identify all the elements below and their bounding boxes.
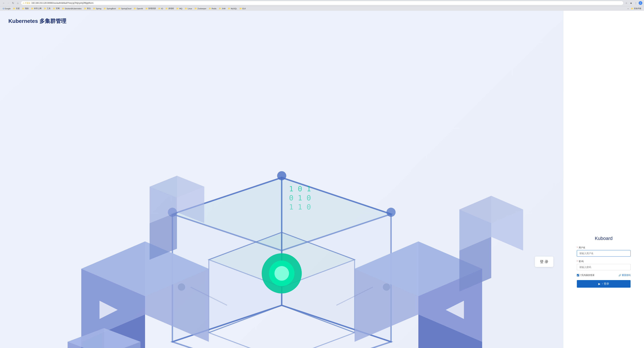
folder-icon: 📁: [165, 8, 168, 10]
page-content: Kubernetes 多集群管理 登 录: [0, 11, 644, 348]
bookmark-mysql[interactable]: 📁 MySQL: [227, 7, 238, 10]
kubernetes-illustration: 1 0 1 0 1 0 1 1 0: [8, 32, 555, 348]
address-bar[interactable]: ⚠ 不安全 192.168.153.128:30080/sso/auth/def…: [21, 1, 624, 5]
more-bookmarks-button[interactable]: »: [626, 7, 630, 10]
folder-icon: 📁: [219, 8, 221, 10]
bookmark-star-icon[interactable]: ☆: [624, 1, 628, 5]
bookmark-vpn[interactable]: 📁 科学上网: [30, 7, 42, 10]
browser-chrome: ← → ↻ ⌂ ⚠ 不安全 192.168.153.128:30080/sso/…: [0, 0, 644, 11]
password-group: * 密 码: [577, 260, 630, 270]
left-panel: Kubernetes 多集群管理 登 录: [0, 11, 564, 348]
login-button[interactable]: ▶ ↑ 登录: [577, 280, 630, 288]
folder-icon: 📁: [158, 8, 161, 10]
svg-text:1 0 1: 1 0 1: [289, 185, 311, 193]
reload-button[interactable]: ↻: [11, 1, 15, 5]
username-input[interactable]: [577, 250, 630, 257]
bookmark-redis[interactable]: 📁 Redis: [208, 7, 218, 10]
folder-icon: 📁: [53, 8, 56, 10]
illustration: 1 0 1 0 1 0 1 1 0: [8, 32, 555, 348]
bookmark-elk[interactable]: 📁 ELK: [238, 7, 247, 10]
bookmark-openai[interactable]: 📁 OpenAI: [133, 7, 144, 10]
bookmark-jvm[interactable]: 📁 JVM: [218, 7, 226, 10]
folder-icon: 📁: [631, 8, 634, 10]
folder-icon: 📁: [22, 8, 24, 10]
folder-icon: 📁: [118, 8, 121, 10]
svg-text:0 1 0: 0 1 0: [289, 194, 311, 202]
bookmark-docker[interactable]: 📁 Docker&Kubernetes: [61, 7, 82, 10]
bookmark-baidu[interactable]: 📁 百度: [12, 7, 21, 10]
login-overlay-label: 登 录: [540, 259, 548, 264]
back-button[interactable]: ←: [2, 1, 6, 5]
bookmark-spring[interactable]: 📁 Spring: [92, 7, 102, 10]
folder-icon: 📁: [134, 8, 136, 10]
svg-point-46: [383, 283, 390, 291]
required-mark: *: [577, 260, 578, 263]
form-title: Kuboard: [577, 236, 630, 241]
bookmark-springcloud[interactable]: 📁 SpringCloud: [117, 7, 132, 10]
folder-icon: 📁: [228, 8, 230, 10]
username-label: * 用户名: [577, 246, 630, 249]
send-icon: ▶: [598, 282, 600, 285]
folder-icon: 📁: [146, 8, 148, 10]
security-warning: ⚠ 不安全: [23, 2, 30, 4]
form-options: 7天内保持登录 🔗 重置密码: [577, 274, 630, 277]
svg-point-14: [274, 266, 289, 281]
right-panel: Kuboard * 用户名 * 密 码: [564, 11, 644, 348]
reset-password-link[interactable]: 🔗 重置密码: [618, 274, 630, 277]
bookmarks-bar: G Google 📁 百度 📁 我的 📁 科学上网 📁 工具 📁 官网 📁 Do…: [0, 6, 644, 11]
forward-button[interactable]: →: [6, 1, 10, 5]
bookmark-mq[interactable]: 📁 MQ: [175, 7, 183, 10]
bookmark-video[interactable]: 📁 影视资源: [144, 7, 157, 10]
extension-icon[interactable]: ■: [629, 1, 633, 5]
folder-icon: 📁: [209, 8, 211, 10]
folder-icon: 📁: [13, 8, 16, 10]
svg-text:1 1 0: 1 1 0: [289, 203, 311, 211]
required-mark: *: [577, 246, 578, 249]
remember-me-label[interactable]: 7天内保持登录: [577, 274, 594, 277]
login-overlay-button[interactable]: 登 录: [535, 257, 553, 267]
link-icon: 🔗: [618, 274, 621, 277]
bookmark-mine[interactable]: 📁 我的: [21, 7, 30, 10]
folder-icon: 📁: [104, 8, 106, 10]
password-input[interactable]: [577, 264, 630, 270]
google-icon: G: [3, 8, 4, 10]
bookmark-linux[interactable]: 📁 Linux: [184, 7, 193, 10]
password-label: * 密 码: [577, 260, 630, 263]
folder-icon: 📁: [93, 8, 96, 10]
home-button[interactable]: ⌂: [16, 1, 20, 5]
bookmark-zookeeper[interactable]: 📁 Zookeeper: [194, 7, 207, 10]
folder-icon: 📁: [84, 8, 86, 10]
remember-checkbox[interactable]: [577, 274, 579, 276]
nav-buttons: ← → ↻ ⌂: [2, 1, 20, 5]
folder-icon: 📁: [31, 8, 34, 10]
bookmark-io[interactable]: 📁 IO: [157, 7, 164, 10]
folder-icon: 📁: [240, 8, 242, 10]
folder-icon: 📁: [44, 8, 46, 10]
bookmark-other[interactable]: 📁 其他书签: [630, 7, 642, 10]
browser-toolbar: ← → ↻ ⌂ ⚠ 不安全 192.168.153.128:30080/sso/…: [0, 0, 644, 6]
login-form: Kuboard * 用户名 * 密 码: [577, 236, 630, 288]
username-group: * 用户名: [577, 246, 630, 257]
svg-point-20: [386, 208, 396, 217]
bookmark-tools[interactable]: 📁 工具: [43, 7, 52, 10]
svg-point-18: [277, 171, 286, 180]
folder-icon: 📁: [176, 8, 179, 10]
svg-point-44: [178, 283, 185, 291]
bookmark-google[interactable]: G Google: [2, 7, 12, 10]
bookmark-algo[interactable]: 📁 算法: [83, 7, 92, 10]
page-title: Kubernetes 多集群管理: [8, 18, 555, 25]
bookmark-thread[interactable]: 📁 多线程: [164, 7, 175, 10]
url-text: 192.168.153.128:30080/sso/auth/default?r…: [32, 2, 622, 4]
menu-icon[interactable]: ⋮: [634, 1, 638, 5]
folder-icon: 📁: [185, 8, 187, 10]
folder-icon: 📁: [194, 8, 197, 10]
folder-icon: 📁: [62, 8, 64, 10]
warning-icon: ⚠: [23, 2, 24, 4]
profile-avatar[interactable]: A: [639, 1, 642, 5]
bookmark-official[interactable]: 📁 官网: [52, 7, 60, 10]
toolbar-icons: ☆ ■ ⋮ A: [624, 1, 642, 5]
bookmark-springboot[interactable]: 📁 SpringBoot: [102, 7, 117, 10]
